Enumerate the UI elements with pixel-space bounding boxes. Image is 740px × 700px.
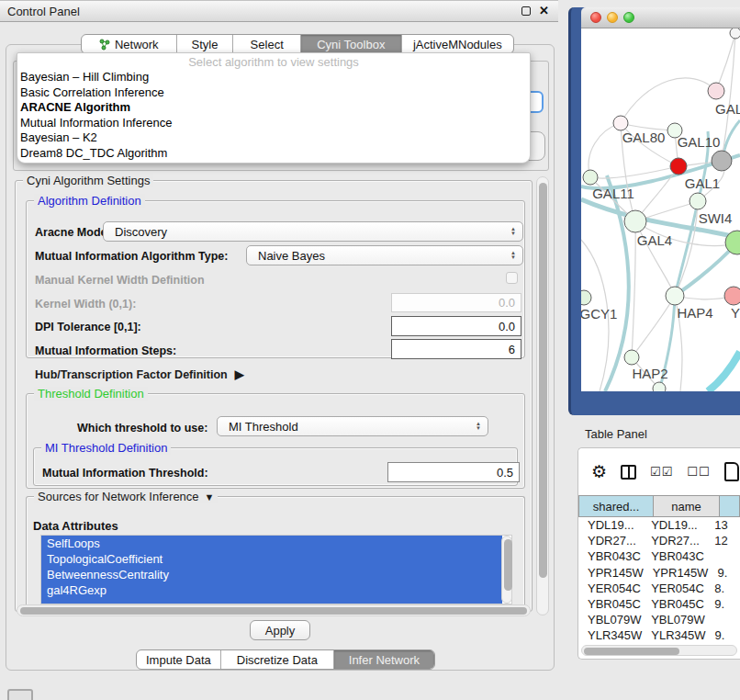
tab-cyni-toolbox-label: Cyni Toolbox [317,38,385,51]
collapse-down-icon: ▼ [205,491,215,502]
manual-kernel-checkbox[interactable] [506,272,518,284]
algorithm-option[interactable]: ARACNE Algorithm [17,100,530,116]
manual-kernel-label: Manual Kernel Width Definition [35,274,205,287]
network-node[interactable] [724,287,740,305]
settings-vertical-scrollbar-thumb[interactable] [539,183,547,578]
column-header-name[interactable]: name [654,495,720,517]
settings-horizontal-scrollbar[interactable] [17,604,531,616]
kernel-width-field[interactable]: 0.0 [391,293,521,312]
data-attribute-item[interactable]: BetweennessCentrality [41,567,511,582]
algorithm-dropdown-placeholder: Select algorithm to view settings [17,55,530,70]
column-header-shared[interactable]: shared... [578,495,654,517]
mi-threshold-field[interactable]: 0.5 [387,462,520,482]
table-row[interactable]: YLR345WYLR345W9. [578,627,740,643]
zoom-window-icon[interactable] [623,12,634,23]
stepper-icon: ▲▼ [510,227,516,236]
network-node[interactable] [690,193,706,209]
show-columns-icon[interactable]: ☑☑ [650,465,673,479]
close-panel-icon[interactable]: ✕ [539,6,549,16]
network-node[interactable] [708,83,724,99]
network-node[interactable] [653,382,666,391]
tab-infer-network[interactable]: Infer Network [334,650,434,669]
network-node[interactable] [581,290,591,305]
tab-discretize-data[interactable]: Discretize Data [221,650,334,669]
which-threshold-combo[interactable]: MI Threshold ▲▼ [217,416,488,436]
columns-icon[interactable] [621,465,636,480]
table-row[interactable]: YBR045CYBR045C9. [578,596,740,612]
table-horizontal-scrollbar[interactable] [581,645,737,656]
network-node[interactable] [613,116,628,130]
network-node[interactable] [583,170,598,185]
threshold-definition-title: Threshold Definition [34,387,148,401]
minimized-panel-icon[interactable] [7,689,33,700]
mi-threshold-group-title: MI Threshold Definition [41,441,171,455]
cyni-bottom-tabbar: Impute Data Discretize Data Infer Networ… [136,649,435,670]
data-attribute-item[interactable]: SelfLoops [41,536,511,551]
network-node[interactable] [624,210,646,232]
mi-steps-field[interactable]: 6 [391,339,521,359]
algorithm-option[interactable]: Dream8 DC_TDC Algorithm [17,146,530,162]
hub-definition-toggle[interactable]: Hub/Transcription Factor Definition ▶ [35,367,244,381]
algorithm-option[interactable]: Bayesian – K2 [17,130,530,146]
tab-select-label: Select [251,38,284,51]
table-row[interactable]: YPR145WYPR145W9. [578,565,740,581]
minimize-window-icon[interactable] [607,12,618,23]
table-row[interactable]: YDL19...YDL19...13 [578,517,740,533]
tab-impute-data[interactable]: Impute Data [137,650,221,669]
collapse-right-icon: ▶ [235,367,244,381]
table-cell [705,548,740,564]
tab-network-label: Network [115,38,159,51]
settings-horizontal-scrollbar-thumb[interactable] [20,607,527,615]
network-node[interactable] [712,151,732,171]
dpi-tolerance-field[interactable]: 0.0 [391,316,521,336]
network-node[interactable] [670,158,687,175]
tab-style[interactable]: Style [177,35,234,53]
attributes-scrollbar-thumb[interactable] [504,539,512,591]
network-node[interactable] [666,287,684,305]
tab-network[interactable]: Network [82,35,177,53]
tab-select[interactable]: Select [233,35,301,53]
aracne-mode-label: Aracne Mode: [35,226,111,239]
control-panel-titlebar: Control Panel ✕ [0,0,558,22]
table-cell: YBL079W [578,612,642,627]
close-window-icon[interactable] [590,12,601,23]
apply-button[interactable]: Apply [250,620,310,640]
network-window-titlebar[interactable] [581,7,740,28]
table-cell: YBR043C [578,548,642,564]
table-row[interactable]: YDR27...YDR27...12 [578,533,740,548]
table-cell: 9. [705,596,740,612]
network-canvas[interactable]: GALGAL80GAL10GAL1GAL11SWI4GAL4GCY1HAP4YH… [581,28,740,391]
gear-icon[interactable]: ⚙ [591,463,607,480]
network-node-label: GAL80 [622,130,666,145]
table-row[interactable]: YBR043CYBR043C [578,548,740,564]
algorithm-option[interactable]: Mutual Information Inference [17,116,530,131]
data-attribute-item[interactable]: gal4RGexp [41,582,511,598]
table-row[interactable]: YBL079WYBL079W [578,612,740,627]
data-attribute-item[interactable]: TopologicalCoefficient [41,551,511,567]
table-cell [705,612,740,627]
aracne-mode-combo[interactable]: Discovery ▲▼ [103,221,523,242]
sources-title: Sources for Network Inference [38,490,199,503]
network-node[interactable] [624,350,639,365]
tab-jactivemnodules[interactable]: jActiveMNodules [402,35,513,53]
network-node[interactable] [730,28,740,39]
table-horizontal-scrollbar-thumb[interactable] [584,648,679,655]
table-cell: YLR345W [642,627,705,643]
table-header-row: shared... name [578,495,740,517]
table-row[interactable]: YER054CYER054C8. [578,581,740,596]
table-cell: YDL19... [578,517,642,533]
algorithm-option[interactable]: Bayesian – Hill Climbing [17,70,530,85]
settings-vertical-scrollbar[interactable] [536,176,549,615]
export-table-icon[interactable] [724,462,739,481]
attributes-scrollbar[interactable] [501,536,512,604]
hide-columns-icon[interactable]: ☐☐ [687,465,710,479]
column-header-partial[interactable] [720,495,740,517]
tab-cyni-toolbox[interactable]: Cyni Toolbox [301,35,402,53]
tab-discretize-data-label: Discretize Data [237,653,318,667]
tab-style-label: Style [191,38,218,51]
tab-jactivemnodules-label: jActiveMNodules [413,38,502,51]
algorithm-option[interactable]: Basic Correlation Inference [17,85,530,101]
mi-type-combo[interactable]: Naive Bayes ▲▼ [246,245,523,265]
float-panel-icon[interactable] [521,6,531,16]
sources-toggle[interactable]: Sources for Network Inference ▼ [34,490,218,503]
